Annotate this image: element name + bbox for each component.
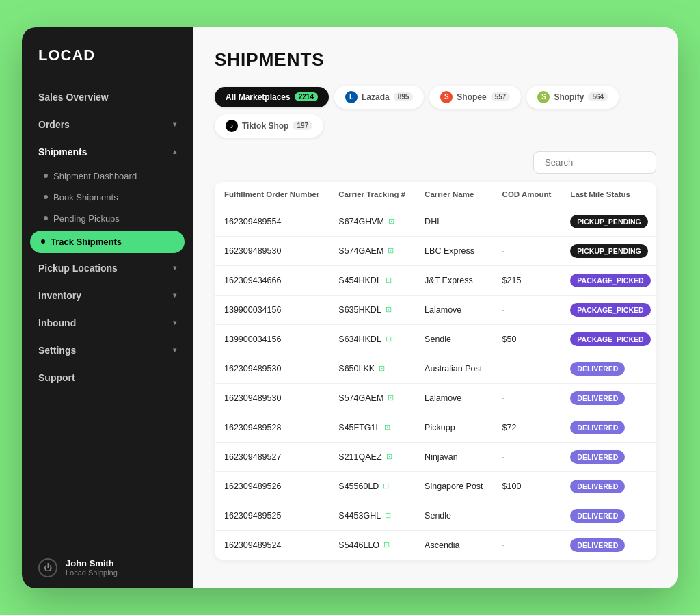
cell-status: DELIVERED [561,471,656,501]
inbound-chevron-icon: ▾ [173,319,176,326]
cell-carrier: Sendle [415,501,492,530]
dot-icon [41,239,45,244]
user-role: Locad Shipping [66,568,118,577]
logo: LOCAD [22,27,193,78]
cell-tracking: S574GAEM ⊡ [329,236,415,265]
shipments-table: Fulfillment Order Number Carrier Trackin… [215,182,656,560]
filter-tiktok[interactable]: ♪ Tiktok Shop 197 [215,114,323,138]
sidebar-sub-track-shipments[interactable]: Track Shipments [30,231,185,253]
col-carrier: Carrier Name [415,182,492,207]
status-badge: PACKAGE_PICKED [570,332,650,346]
status-badge: PACKAGE_PICKED [570,303,650,317]
cell-cod: - [493,442,561,471]
sidebar-footer: ⏻ John Smith Locad Shipping [22,547,193,588]
sidebar-sub-shipment-dashboard[interactable]: Shipment Dashboard [22,166,193,187]
lazada-icon: L [345,91,358,103]
power-icon[interactable]: ⏻ [38,558,57,577]
cell-carrier: Ninjavan [415,442,492,471]
filter-all-marketplaces[interactable]: All Marketplaces 2214 [215,87,329,107]
sidebar-item-settings[interactable]: Settings ▾ [22,337,193,364]
sidebar: LOCAD Sales Overview Orders ▾ Shipments … [22,27,193,588]
table-row: 162309489524 S5446LLO ⊡ Ascendia - DELIV… [215,530,656,560]
table-row: 162309489528 S45FTG1L ⊡ Pickupp $72 DELI… [215,413,656,442]
sidebar-item-orders[interactable]: Orders ▾ [22,111,193,138]
cell-tracking: S5446LLO ⊡ [329,530,415,560]
cell-carrier: J&T Express [415,265,492,295]
table-row: 139900034156 S634HKDL ⊡ Sendle $50 PACKA… [215,324,656,354]
cell-cod: $50 [493,324,561,354]
cell-carrier: Lalamove [415,295,492,324]
cell-status: DELIVERED [561,442,656,471]
cell-order: 162309489526 [215,471,329,501]
ext-link-icon[interactable]: ⊡ [384,423,390,432]
sidebar-sub-pending-pickups[interactable]: Pending Pickups [22,208,193,229]
col-order-number: Fulfillment Order Number [215,182,329,207]
table-row: 162309489527 S211QAEZ ⊡ Ninjavan - DELIV… [215,442,656,471]
cell-status: PACKAGE_PICKED [561,295,656,324]
status-badge: DELIVERED [570,450,625,464]
pickup-chevron-icon: ▾ [173,264,176,272]
ext-link-icon[interactable]: ⊡ [386,305,392,314]
sidebar-item-inventory[interactable]: Inventory ▾ [22,282,193,309]
col-tracking: Carrier Tracking # [329,182,415,207]
ext-link-icon[interactable]: ⊡ [385,511,391,520]
table-row: 162309489554 S674GHVM ⊡ DHL - PICKUP_PEN… [215,207,656,236]
cell-status: PACKAGE_PICKED [561,265,656,295]
ext-link-icon[interactable]: ⊡ [386,452,392,461]
cell-tracking: S650LKK ⊡ [329,354,415,383]
ext-link-icon[interactable]: ⊡ [388,246,394,255]
cell-order: 162309489554 [215,207,329,236]
main-content: SHIPMENTS All Marketplaces 2214 L Lazada… [193,27,678,588]
inventory-chevron-icon: ▾ [173,291,176,299]
ext-link-icon[interactable]: ⊡ [383,540,390,549]
status-badge: DELIVERED [570,538,625,552]
cell-status: PICKUP_PENDING [561,236,656,265]
col-last-mile: Last Mile Status [561,182,656,207]
filter-lazada[interactable]: L Lazada 895 [334,86,424,109]
cell-tracking: S211QAEZ ⊡ [329,442,415,471]
settings-chevron-icon: ▾ [173,346,176,354]
table-row: 139900034156 S635HKDL ⊡ Lalamove - PACKA… [215,295,656,324]
ext-link-icon[interactable]: ⊡ [383,482,389,490]
cell-tracking: S45FTG1L ⊡ [329,413,415,442]
sidebar-item-support[interactable]: Support [22,364,193,391]
ext-link-icon[interactable]: ⊡ [388,393,394,402]
sidebar-item-sales-overview[interactable]: Sales Overview [22,83,193,111]
sidebar-sub-book-shipments[interactable]: Book Shipments [22,187,193,208]
dot-icon [44,216,48,220]
cell-order: 162309489530 [215,354,329,383]
user-name: John Smith [66,558,118,568]
shipments-chevron-icon: ▴ [173,148,176,155]
orders-chevron-icon: ▾ [173,120,176,128]
cell-tracking: S574GAEM ⊡ [329,383,415,413]
cell-status: DELIVERED [561,383,656,413]
table-row: 162309489525 S4453GHL ⊡ Sendle - DELIVER… [215,501,656,530]
status-badge: DELIVERED [570,391,625,405]
ext-link-icon[interactable]: ⊡ [388,217,394,226]
filter-shopee[interactable]: S Shopee 557 [429,86,521,109]
cell-cod: $100 [493,471,561,501]
sidebar-item-shipments[interactable]: Shipments ▴ [22,138,193,166]
search-input[interactable] [533,151,656,174]
cell-carrier: DHL [415,207,492,236]
cell-cod: $72 [493,413,561,442]
table-row: 162309489530 S650LKK ⊡ Australian Post -… [215,354,656,383]
cell-order: 162309489524 [215,530,329,560]
cell-carrier: Sendle [415,324,492,354]
ext-link-icon[interactable]: ⊡ [379,364,385,373]
status-badge: PACKAGE_PICKED [570,274,650,287]
cell-carrier: Pickupp [415,413,492,442]
tiktok-icon: ♪ [226,120,238,132]
ext-link-icon[interactable]: ⊡ [386,276,392,285]
col-cod: COD Amount [493,182,561,207]
cell-cod: - [493,354,561,383]
ext-link-icon[interactable]: ⊡ [386,335,392,343]
cell-tracking: S674GHVM ⊡ [329,207,415,236]
sidebar-item-inbound[interactable]: Inbound ▾ [22,309,193,337]
sidebar-item-pickup-locations[interactable]: Pickup Locations ▾ [22,254,193,282]
shopee-icon: S [440,91,453,103]
filter-shopify[interactable]: S Shopify 564 [526,86,619,109]
cell-order: 162309489530 [215,383,329,413]
table-row: 162309434666 S454HKDL ⊡ J&T Express $215… [215,265,656,295]
dot-icon [44,174,48,178]
